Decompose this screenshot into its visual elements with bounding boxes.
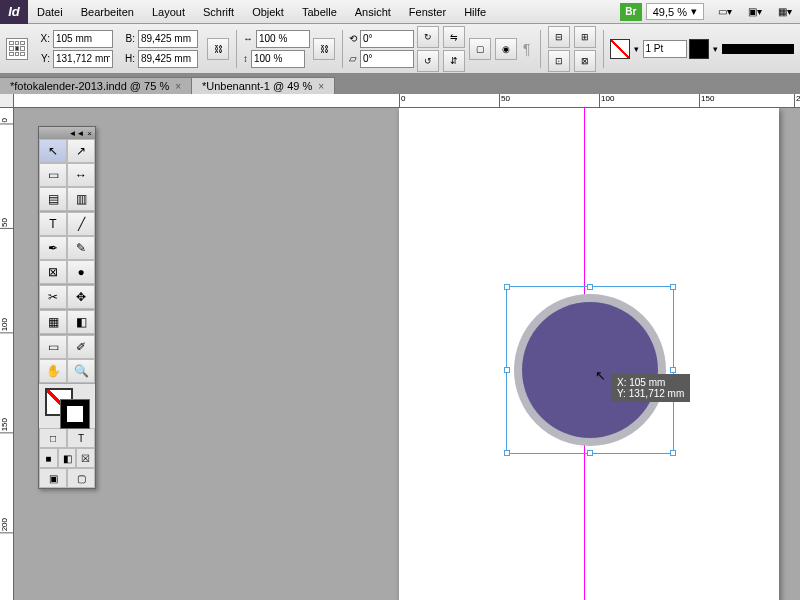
document-tabs: *fotokalender-2013.indd @ 75 %× *Unbenan… [0,74,800,94]
apply-color-icon[interactable]: □ [39,428,67,448]
scale-x-icon: ↔ [243,33,253,44]
hand-tool[interactable]: ✋ [39,359,67,383]
bridge-button[interactable]: Br [620,3,642,21]
shear-icon: ▱ [349,53,357,64]
collapse-icon[interactable]: ◄◄ [68,129,84,138]
app-icon: Id [0,0,28,24]
chevron-down-icon[interactable]: ▾ [634,44,639,54]
scale-y-icon: ↕ [243,53,248,64]
chevron-down-icon[interactable]: ▾ [713,44,718,54]
menu-fenster[interactable]: Fenster [400,6,455,18]
stroke-swatch[interactable] [689,39,709,59]
tab-unbenannt[interactable]: *Unbenannt-1 @ 49 %× [192,77,335,94]
close-icon[interactable]: × [87,129,92,138]
zoom-level[interactable]: 49,5 %▾ [646,3,704,20]
chevron-down-icon: ▾ [691,5,697,18]
menu-objekt[interactable]: Objekt [243,6,293,18]
eyedropper-tool[interactable]: ✐ [67,335,95,359]
scissors-tool[interactable]: ✂ [39,285,67,309]
paragraph-style-icon: ¶ [523,41,531,57]
tools-panel[interactable]: ◄◄× ↖ ↗ ▭ ↔ ▤ ▥ T ╱ ✒ ✎ ⊠ ● ✂ ✥ ▦ ◧ ▭ ✐ … [38,126,96,489]
gradient-feather-tool[interactable]: ◧ [67,310,95,334]
menu-datei[interactable]: Datei [28,6,72,18]
rotate-input[interactable]: 0° [360,30,414,48]
color-mode-icon[interactable]: ■ [39,448,58,468]
view-mode-normal-icon[interactable]: ▣ [39,468,67,488]
x-input[interactable] [53,30,113,48]
horizontal-ruler[interactable]: 0 50 100 150 200 [14,94,800,108]
canvas[interactable]: ↖ X: 105 mm Y: 131,712 mm [14,108,800,600]
close-icon[interactable]: × [175,81,181,92]
height-input[interactable] [138,50,198,68]
flip-v-icon[interactable]: ⇵ [443,50,465,72]
shear-input[interactable]: 0° [360,50,414,68]
y-label: Y: [36,53,50,64]
w-label: B: [121,33,135,44]
scale-x-input[interactable]: 100 % [256,30,310,48]
selection-tool[interactable]: ↖ [39,139,67,163]
view-options-icon[interactable]: ▭▾ [714,3,736,21]
stroke-style[interactable] [722,44,794,54]
flip-h-icon[interactable]: ⇋ [443,26,465,48]
fill-stroke-control[interactable] [39,384,95,428]
line-tool[interactable]: ╱ [67,212,95,236]
ellipse-tool[interactable]: ● [67,260,95,284]
apply-text-icon[interactable]: T [67,428,95,448]
rectangle-frame-tool[interactable]: ⊠ [39,260,67,284]
content-collector-tool[interactable]: ▤ [39,187,67,211]
arrange-icon[interactable]: ▦▾ [774,3,796,21]
reference-point[interactable] [6,38,28,60]
view-mode-preview-icon[interactable]: ▢ [67,468,95,488]
pencil-tool[interactable]: ✎ [67,236,95,260]
close-icon[interactable]: × [318,81,324,92]
workspace: 0 50 100 150 200 0 50 100 150 200 ↖ X: 1… [0,94,800,600]
align-4-icon[interactable]: ⊠ [574,50,596,72]
ruler-origin[interactable] [0,94,14,108]
align-2-icon[interactable]: ⊞ [574,26,596,48]
stroke-color[interactable] [61,400,89,428]
none-mode-icon[interactable]: ☒ [76,448,95,468]
width-input[interactable] [138,30,198,48]
cursor-icon: ↖ [595,368,606,383]
menu-schrift[interactable]: Schrift [194,6,243,18]
menu-hilfe[interactable]: Hilfe [455,6,495,18]
content-placer-tool[interactable]: ▥ [67,187,95,211]
select-container-icon[interactable]: ▢ [469,38,491,60]
scale-y-input[interactable]: 100 % [251,50,305,68]
gap-tool[interactable]: ↔ [67,163,95,187]
zoom-tool[interactable]: 🔍 [67,359,95,383]
gradient-mode-icon[interactable]: ◧ [58,448,77,468]
menu-tabelle[interactable]: Tabelle [293,6,346,18]
rotate-ccw-icon[interactable]: ↺ [417,50,439,72]
fill-swatch[interactable] [610,39,630,59]
page-tool[interactable]: ▭ [39,163,67,187]
gradient-swatch-tool[interactable]: ▦ [39,310,67,334]
free-transform-tool[interactable]: ✥ [67,285,95,309]
zoom-value: 49,5 % [653,6,687,18]
stroke-weight-input[interactable] [643,40,687,58]
type-tool[interactable]: T [39,212,67,236]
tab-fotokalender[interactable]: *fotokalender-2013.indd @ 75 %× [0,77,192,94]
x-label: X: [36,33,50,44]
menu-bearbeiten[interactable]: Bearbeiten [72,6,143,18]
select-content-icon[interactable]: ◉ [495,38,517,60]
constrain-icon[interactable]: ⛓ [207,38,229,60]
vertical-ruler[interactable]: 0 50 100 150 200 [0,108,14,600]
align-1-icon[interactable]: ⊟ [548,26,570,48]
rotate-icon: ⟲ [349,33,357,44]
screen-mode-icon[interactable]: ▣▾ [744,3,766,21]
menu-bar: Id Datei Bearbeiten Layout Schrift Objek… [0,0,800,24]
note-tool[interactable]: ▭ [39,335,67,359]
selection-bounds[interactable] [506,286,674,454]
y-input[interactable] [53,50,113,68]
control-bar: X: Y: B: H: ⛓ ↔100 % ↕100 % ⛓ ⟲0° ▱0° ↻ … [0,24,800,74]
constrain-scale-icon[interactable]: ⛓ [313,38,335,60]
menu-ansicht[interactable]: Ansicht [346,6,400,18]
panel-header[interactable]: ◄◄× [39,127,95,139]
menu-layout[interactable]: Layout [143,6,194,18]
direct-selection-tool[interactable]: ↗ [67,139,95,163]
rotate-cw-icon[interactable]: ↻ [417,26,439,48]
pen-tool[interactable]: ✒ [39,236,67,260]
align-3-icon[interactable]: ⊡ [548,50,570,72]
position-tooltip: X: 105 mm Y: 131,712 mm [611,374,690,402]
